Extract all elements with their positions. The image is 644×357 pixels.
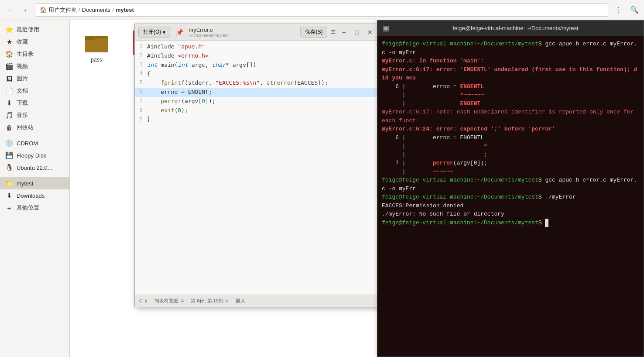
top-bar: ‹ › 🏠 用户文件夹 / Documents / mytest ⋮ 🔍 [0, 0, 644, 20]
sidebar-item-ubuntu[interactable]: 🐧 Ubuntu 22.0... [0, 161, 69, 174]
term-line-4: 6 | errno = ENOENTL [382, 82, 639, 91]
sidebar-label-music: 音乐 [17, 111, 28, 119]
file-name-pass: pass [91, 57, 102, 63]
code-line-8: 8 exit(0); [135, 106, 378, 115]
editor-save-button[interactable]: 保存(S) [300, 27, 327, 38]
downloads2-icon: ⬇ [5, 192, 13, 199]
editor-content[interactable]: 1 #include "apue.h" 2 #include <errno.h>… [135, 41, 378, 295]
sidebar-divider2 [0, 174, 69, 177]
save-label: 保存(S) [305, 29, 322, 35]
docs-icon: 📄 [5, 87, 13, 95]
sidebar-item-music[interactable]: 🎵 音乐 [0, 109, 69, 121]
dl-icon: ⬇ [5, 99, 13, 107]
sidebar-item-downloads2[interactable]: ⬇ Downloads [0, 189, 69, 202]
forward-button[interactable]: › [19, 4, 31, 16]
trash-icon: 🗑 [5, 124, 13, 131]
sidebar-item-favorites[interactable]: ★ 收藏 [0, 36, 69, 48]
term-line-17: ./myError: No such file or directory [382, 210, 639, 219]
sidebar-label-dl: 下载 [17, 99, 28, 107]
sidebar-divider [0, 134, 69, 137]
term-line-3: myError.c:6:17: error: 'ENOENTL' undecla… [382, 65, 639, 82]
sidebar-item-recent[interactable]: ⭐ 最近使用 [0, 24, 69, 36]
svg-rect-2 [85, 36, 95, 40]
terminal-cursor [545, 219, 548, 227]
sidebar-item-docs[interactable]: 📄 文档 [0, 85, 69, 97]
term-line-15: feige@feige-virtual-machine:~/Documents/… [382, 193, 639, 202]
status-lang: C ∨ [139, 298, 147, 304]
term-line-1: feige@feige-virtual-machine:~/Documents/… [382, 40, 639, 57]
sidebar-item-video[interactable]: 🎬 视频 [0, 60, 69, 72]
video-icon: 🎬 [5, 62, 13, 70]
code-line-5: 5 fprintf(stderr, "EACCES:%s\n", strerro… [135, 79, 378, 88]
sidebar-label-downloads2: Downloads [17, 192, 45, 199]
term-line-12: 7 | perror(argv[0]); [382, 159, 639, 168]
sidebar-item-home[interactable]: 🏠 主目录 [0, 48, 69, 60]
sidebar-label-video: 视频 [17, 62, 28, 70]
sidebar-item-cdrom[interactable]: 💿 CDROM [0, 137, 69, 149]
code-line-1: 1 #include "apue.h" [135, 42, 378, 51]
mytest-icon: 📁 [5, 179, 13, 187]
path-current: mytest [116, 7, 134, 13]
editor-tab: myError.c ~/Documents/mytest [188, 27, 297, 38]
search-button[interactable]: 🔍 [628, 4, 641, 16]
path-bar[interactable]: 🏠 用户文件夹 / Documents / mytest [35, 3, 609, 17]
path-mid: Documents [82, 7, 111, 13]
editor-close-button[interactable]: ✕ [365, 27, 375, 37]
term-line-11: | ; [382, 151, 639, 159]
open-chevron-icon: ▾ [163, 29, 165, 35]
recent-icon: ⭐ [5, 26, 13, 34]
sidebar-label-home: 主目录 [17, 50, 34, 58]
term-line-5: | ^~~~~~~ [382, 91, 639, 100]
term-line-13: | ~~~~~~ [382, 168, 639, 176]
sidebar-label-favorites: 收藏 [17, 38, 28, 46]
floppy-icon: 💾 [5, 151, 13, 159]
editor-tab-name: myError.c [188, 27, 213, 33]
other-icon: + [5, 204, 13, 212]
terminal-content[interactable]: feige@feige-virtual-machine:~/Documents/… [377, 36, 644, 357]
editor-minimize-button[interactable]: − [339, 27, 349, 37]
file-item-pass[interactable]: pass [77, 27, 116, 66]
code-line-4: 4 { [135, 69, 378, 79]
sidebar-item-other[interactable]: + 其他位置 [0, 202, 69, 214]
back-button[interactable]: ‹ [3, 4, 16, 16]
status-mode: 插入 [236, 298, 245, 304]
term-line-16: EACCES:Permission denied [382, 202, 639, 210]
sidebar-item-downloads[interactable]: ⬇ 下载 [0, 97, 69, 109]
editor-tab-path: ~/Documents/mytest [188, 33, 228, 38]
code-line-9: 9 } [135, 115, 378, 124]
editor-window: 打开(O) ▾ 📌 myError.c ~/Documents/mytest 保… [134, 24, 379, 307]
file-area: pass h apue.h [70, 20, 644, 357]
sidebar-item-trash[interactable]: 🗑 回收站 [0, 121, 69, 134]
svg-rect-1 [85, 38, 108, 52]
open-label: 打开(O) [143, 28, 161, 36]
terminal-window: ▣ feige@feige-virtual-machine: ~/Documen… [377, 20, 644, 357]
path-sep1: / [79, 7, 80, 13]
terminal-icon: ▣ [383, 24, 389, 32]
status-indent: 制表符宽度: 4 [154, 298, 184, 304]
sidebar-item-pictures[interactable]: 🖼 图片 [0, 72, 69, 85]
term-line-14: feige@feige-virtual-machine:~/Documents/… [382, 176, 639, 193]
menu-button[interactable]: ⋮ [613, 4, 625, 16]
sidebar-item-mytest[interactable]: 📁 mytest [0, 177, 69, 189]
sidebar-label-pictures: 图片 [17, 75, 28, 82]
editor-titlebar: 打开(O) ▾ 📌 myError.c ~/Documents/mytest 保… [135, 24, 378, 41]
term-line-6: | ENOENT [382, 100, 639, 108]
sidebar-label-docs: 文档 [17, 87, 28, 95]
folder-icon-pass [84, 31, 109, 55]
pictures-icon: 🖼 [5, 75, 13, 82]
editor-statusbar: C ∨ 制表符宽度: 4 第 6行, 第 19列 ∨ 插入 [135, 295, 378, 307]
main-area: ⭐ 最近使用 ★ 收藏 🏠 主目录 🎬 视频 🖼 图片 📄 文档 ⬇ 下载 🎵 [0, 20, 644, 357]
favorites-icon: ★ [5, 38, 13, 46]
term-line-8: myError.c:6:24: error: expected ';' befo… [382, 125, 639, 134]
editor-menu-button[interactable]: ≡ [331, 27, 336, 37]
editor-pin-button[interactable]: 📌 [174, 27, 185, 38]
home-icon: 🏠 [40, 7, 47, 13]
term-line-7: myError.c:6:17: note: each undeclared id… [382, 108, 639, 125]
sidebar-item-floppy[interactable]: 💾 Floppy Disk [0, 149, 69, 161]
editor-open-button[interactable]: 打开(O) ▾ [138, 27, 170, 38]
sidebar: ⭐ 最近使用 ★ 收藏 🏠 主目录 🎬 视频 🖼 图片 📄 文档 ⬇ 下载 🎵 [0, 20, 70, 357]
editor-maximize-button[interactable]: □ [352, 27, 362, 37]
path-root: 用户文件夹 [48, 6, 77, 14]
sidebar-label-recent: 最近使用 [17, 26, 39, 34]
home-dir-icon: 🏠 [5, 50, 13, 58]
